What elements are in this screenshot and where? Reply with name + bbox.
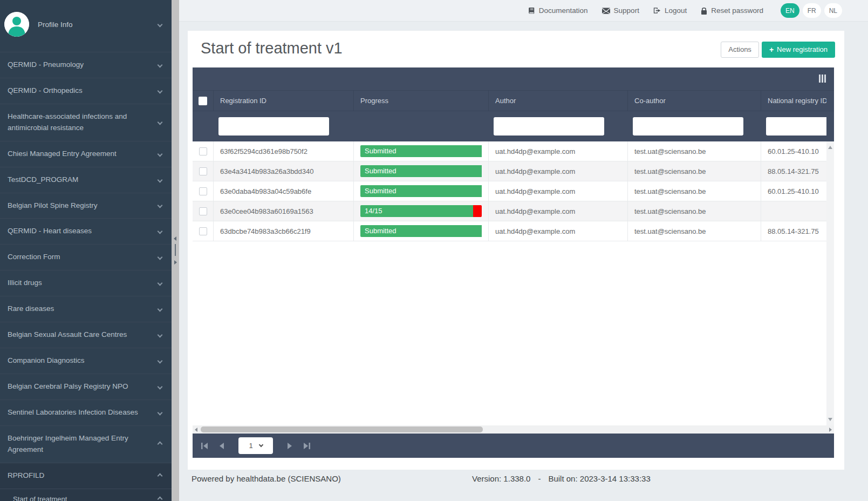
- lock-icon: [701, 7, 707, 15]
- scroll-up-arrow-icon[interactable]: [828, 146, 832, 149]
- column-header-progress[interactable]: Progress: [353, 91, 488, 111]
- chevron-down-icon: [158, 120, 163, 125]
- progress-bar: Submitted: [360, 185, 482, 197]
- scroll-right-arrow-icon[interactable]: [829, 428, 832, 432]
- sidebar-item-label: Companion Diagnostics: [8, 355, 153, 367]
- last-page-button[interactable]: [303, 443, 310, 449]
- reset-password-label: Reset password: [711, 6, 763, 15]
- sidebar-profile[interactable]: Profile Info: [0, 0, 172, 52]
- chevron-down-icon: [158, 63, 163, 68]
- sidebar-item-start-of-treatment[interactable]: Start of treatment: [0, 489, 172, 501]
- sidebar-item-label: RPROFILD: [8, 470, 153, 482]
- column-chooser-icon[interactable]: [819, 75, 828, 83]
- avatar: [4, 12, 29, 37]
- filter-cell-progress: [353, 111, 488, 141]
- table-vertical-scrollbar[interactable]: [826, 141, 834, 425]
- table-row[interactable]: 63f62f5294cd361e98b750f2 Submitted uat.h…: [193, 141, 834, 161]
- row-checkbox[interactable]: [199, 227, 207, 235]
- sidebar-item-illicit-drugs[interactable]: Illicit drugs: [0, 270, 172, 296]
- sidebar-item-label: Belgian Pilot Spine Registry: [8, 200, 153, 212]
- row-checkbox[interactable]: [199, 167, 207, 175]
- registration-id-filter-input[interactable]: [218, 117, 329, 136]
- chevron-down-icon: [158, 307, 163, 312]
- table-body: 63f62f5294cd361e98b750f2 Submitted uat.h…: [193, 141, 834, 425]
- previous-page-button[interactable]: [219, 443, 224, 449]
- scroll-left-arrow-icon[interactable]: [195, 428, 197, 432]
- progress-cell: Submitted: [353, 221, 488, 241]
- next-page-button[interactable]: [287, 443, 292, 449]
- first-page-button[interactable]: [201, 443, 208, 449]
- card-header: Start of treatment v1 Actions + New regi…: [188, 31, 844, 67]
- sidebar-item-cerebral-palsy-npo[interactable]: Belgian Cerebral Palsy Registry NPO: [0, 374, 172, 400]
- sidebar-item-rprofild[interactable]: RPROFILD: [0, 463, 172, 489]
- support-link[interactable]: Support: [602, 6, 639, 15]
- progress-cell: Submitted: [353, 181, 488, 201]
- sidebar-item-label: Rare diseases: [8, 303, 153, 315]
- national-registry-id-filter-input[interactable]: [766, 117, 826, 136]
- sidebar-item-companion-diagnostics[interactable]: Companion Diagnostics: [0, 348, 172, 374]
- co-author-filter-input[interactable]: [633, 117, 743, 136]
- column-header-registration-id[interactable]: Registration ID: [213, 91, 353, 111]
- table-row[interactable]: 63e4a3414b983a26a3bdd340 Submitted uat.h…: [193, 161, 834, 181]
- language-nl-button[interactable]: NL: [824, 3, 842, 18]
- sidebar-item-label: Correction Form: [8, 252, 153, 263]
- column-header-co-author[interactable]: Co-author: [627, 91, 761, 111]
- scroll-down-arrow-icon[interactable]: [828, 418, 832, 421]
- reset-password-link[interactable]: Reset password: [701, 6, 763, 15]
- co-author-cell: test.uat@sciensano.be: [627, 181, 761, 201]
- page-title: Start of treatment v1: [201, 39, 343, 57]
- new-registration-button[interactable]: + New registration: [762, 42, 835, 58]
- sidebar-item-sentinel-labs[interactable]: Sentinel Laboratories Infection Diseases: [0, 400, 172, 425]
- table-row[interactable]: 63e0cee04b983a60169a1563 14/15 uat.hd4dp…: [193, 201, 834, 221]
- documentation-link[interactable]: Documentation: [528, 6, 588, 15]
- sidebar-item-healthcare-infections[interactable]: Healthcare-associated infections and ant…: [0, 104, 172, 141]
- sidebar-item-qermid-pneumology[interactable]: QERMID - Pneumology: [0, 52, 172, 78]
- filter-cell-author: [488, 111, 627, 141]
- select-all-checkbox[interactable]: [199, 97, 207, 105]
- scroll-right-arrow-icon[interactable]: [174, 260, 177, 265]
- column-header-author[interactable]: Author: [488, 91, 627, 111]
- author-filter-input[interactable]: [494, 117, 604, 136]
- sidebar-nav: QERMID - Pneumology QERMID - Orthopedics…: [0, 52, 172, 501]
- sidebar-item-label: Healthcare-associated infections and ant…: [8, 111, 153, 134]
- row-checkbox[interactable]: [199, 147, 207, 155]
- sidebar-item-rare-diseases[interactable]: Rare diseases: [0, 296, 172, 322]
- sidebar-item-correction-form[interactable]: Correction Form: [0, 244, 172, 270]
- powered-by-text: Powered by healthdata.be (SCIENSANO): [192, 474, 341, 483]
- table-row[interactable]: 63dbcbe74b983a3cb66c21f9 Submitted uat.h…: [193, 221, 834, 241]
- chevron-down-icon: [158, 333, 163, 338]
- chevron-down-icon: [158, 177, 163, 182]
- scrollbar-thumb[interactable]: [175, 244, 176, 256]
- table-horizontal-scrollbar[interactable]: [193, 425, 834, 434]
- scroll-left-arrow-icon[interactable]: [174, 236, 176, 241]
- sidebar-item-boehringer[interactable]: Boehringer Ingelheim Managed Entry Agree…: [0, 425, 172, 463]
- sidebar-item-qermid-orthopedics[interactable]: QERMID - Orthopedics: [0, 78, 172, 104]
- logout-link[interactable]: Logout: [653, 6, 687, 15]
- chevron-down-icon: [158, 203, 163, 208]
- language-fr-button[interactable]: FR: [803, 3, 821, 18]
- sidebar-item-testdcd-program[interactable]: TestDCD_PROGRAM: [0, 167, 172, 193]
- column-header-national-registry-id[interactable]: National registry ID: [761, 91, 826, 111]
- chevron-down-icon: [258, 443, 263, 447]
- co-author-cell: test.uat@sciensano.be: [627, 201, 761, 221]
- chevron-down-icon: [158, 151, 163, 157]
- sidebar-item-label: Chiesi Managed Entry Agreement: [8, 148, 153, 160]
- actions-button[interactable]: Actions: [721, 42, 759, 58]
- registration-id-cell: 63dbcbe74b983a3cb66c21f9: [213, 221, 353, 241]
- scrollbar-thumb[interactable]: [201, 426, 483, 432]
- row-checkbox[interactable]: [199, 187, 207, 195]
- progress-cell: Submitted: [353, 141, 488, 161]
- sidebar: Profile Info QERMID - Pneumology QERMID …: [0, 0, 172, 501]
- author-cell: uat.hd4dp@example.com: [488, 181, 627, 201]
- table-row[interactable]: 63e0daba4b983a04c59ab6fe Submitted uat.h…: [193, 181, 834, 201]
- sidebar-item-belgian-pilot-spine[interactable]: Belgian Pilot Spine Registry: [0, 193, 172, 219]
- sidebar-item-chiesi[interactable]: Chiesi Managed Entry Agreement: [0, 141, 172, 167]
- sidebar-scrollbar[interactable]: [172, 0, 179, 501]
- filter-cell-empty: [193, 111, 213, 141]
- page-select[interactable]: 1: [238, 437, 273, 454]
- sidebar-item-qermid-heart[interactable]: QERMID - Heart diseases: [0, 218, 172, 244]
- row-checkbox[interactable]: [199, 207, 207, 215]
- language-en-button[interactable]: EN: [781, 3, 799, 18]
- sidebar-item-sexual-assault-centres[interactable]: Belgian Sexual Assault Care Centres: [0, 322, 172, 348]
- sidebar-item-label: Sentinel Laboratories Infection Diseases: [8, 407, 153, 418]
